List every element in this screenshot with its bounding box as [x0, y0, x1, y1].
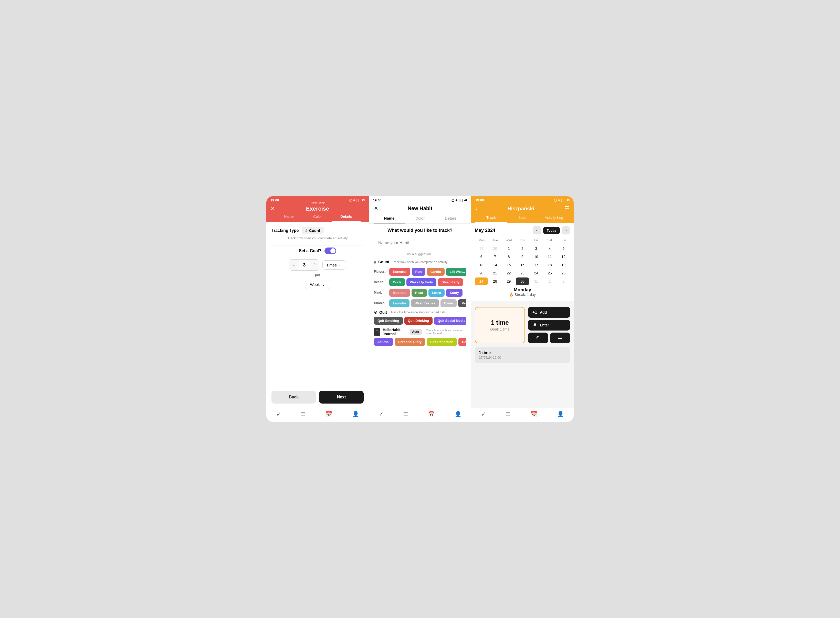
goal-toggle[interactable]	[324, 248, 336, 254]
cal-prev-btn[interactable]: ‹	[533, 226, 541, 235]
tag-liftweight[interactable]: Lift Wei…	[446, 268, 466, 276]
count-badge[interactable]: # Count	[302, 227, 324, 234]
cal-today-btn[interactable]: Today	[543, 227, 560, 234]
menu-icon[interactable]: ☰	[564, 205, 570, 212]
cal-day[interactable]: 2	[516, 245, 529, 253]
fire-icon: 🔥	[509, 293, 514, 297]
cal-day[interactable]: 23	[516, 269, 529, 277]
cal-day[interactable]: 12	[557, 253, 570, 261]
stepper-up[interactable]: ⌃	[310, 260, 319, 270]
nav3-calendar[interactable]: 📅	[530, 411, 537, 417]
cal-day[interactable]: 29	[475, 245, 488, 253]
tag-laundry[interactable]: Laundry	[389, 299, 409, 307]
back-button[interactable]: Back	[271, 391, 316, 404]
nav3-habits[interactable]: ✓	[481, 411, 486, 417]
tag-exercise[interactable]: Exercise	[389, 268, 410, 276]
tag-learn[interactable]: Learn	[428, 289, 444, 297]
nav-habits[interactable]: ✓	[276, 411, 281, 417]
quit-desc: Track the time since stopping a bad habi…	[391, 310, 446, 314]
cal-day[interactable]: 16	[516, 261, 529, 269]
chores-section: Chores: Laundry Wash Dishes Clean Vac…	[374, 299, 466, 307]
cal-day[interactable]: 2	[557, 278, 570, 285]
nav2-calendar[interactable]: 📅	[428, 411, 435, 417]
cal-day[interactable]: 9	[516, 253, 529, 261]
cal-day[interactable]: 11	[543, 253, 556, 261]
tab3-stats[interactable]: Stats	[507, 213, 538, 223]
tag-wakeup[interactable]: Wake Up Early	[406, 278, 437, 286]
tag-personaldiary[interactable]: Personal Diary	[395, 338, 425, 346]
tag-sleep[interactable]: Sleep Early	[438, 278, 463, 286]
tag-quitsmoking[interactable]: Quit Smoking	[374, 317, 403, 325]
cal-day[interactable]: 31	[530, 278, 543, 285]
add-button[interactable]: +1 Add	[528, 307, 570, 318]
close-icon-2[interactable]: ✕	[374, 205, 382, 211]
cal-day[interactable]: 21	[488, 269, 501, 277]
tag-selfreflection[interactable]: Self Reflection	[427, 338, 457, 346]
cal-day[interactable]: 25	[543, 269, 556, 277]
tag-vacuum[interactable]: Vac…	[458, 299, 466, 307]
cal-day[interactable]: 13	[475, 261, 488, 269]
tag-cardio[interactable]: Cardio	[427, 268, 444, 276]
tab3-activity[interactable]: Activity Log	[538, 213, 570, 223]
nav2-habits[interactable]: ✓	[379, 411, 384, 417]
timer-button[interactable]: ⏲	[528, 333, 548, 343]
nav-calendar[interactable]: 📅	[326, 411, 332, 417]
tag-journal[interactable]: Journal	[374, 338, 393, 346]
cal-day[interactable]: 10	[530, 253, 543, 261]
tab-details[interactable]: Details	[332, 212, 361, 221]
close-icon[interactable]: ✕	[270, 205, 278, 211]
cal-day[interactable]: 26	[557, 269, 570, 277]
cal-day[interactable]: 28	[488, 278, 501, 285]
tab2-color[interactable]: Color	[404, 214, 436, 223]
tab2-details[interactable]: Details	[436, 214, 466, 223]
cal-day[interactable]: 1	[502, 245, 515, 253]
nav3-journal[interactable]: ☰	[505, 411, 511, 417]
cal-day[interactable]: 4	[543, 245, 556, 253]
cal-day[interactable]: 18	[543, 261, 556, 269]
cal-day-selected[interactable]: 30	[516, 278, 529, 285]
tag-washdishes[interactable]: Wash Dishes	[411, 299, 439, 307]
notes-button[interactable]: ▬	[550, 333, 570, 343]
cal-day[interactable]: 14	[488, 261, 501, 269]
cal-day[interactable]: 1	[543, 278, 556, 285]
cal-day[interactable]: 15	[502, 261, 515, 269]
tag-meditate[interactable]: Meditate	[389, 289, 410, 297]
cal-day[interactable]: 7	[488, 253, 501, 261]
cal-day[interactable]: 17	[530, 261, 543, 269]
tag-quitsocial[interactable]: Quit Social Media	[434, 317, 466, 325]
nav-journal[interactable]: ☰	[301, 411, 306, 417]
tag-po[interactable]: Po…	[458, 338, 466, 346]
tab-name[interactable]: Name	[274, 212, 303, 221]
week-select[interactable]: Week ⌄	[305, 280, 330, 289]
cal-day[interactable]: 30	[488, 245, 501, 253]
stepper-down[interactable]: ⌄	[289, 260, 299, 270]
tag-clean[interactable]: Clean	[440, 299, 456, 307]
tag-run[interactable]: Run	[412, 268, 425, 276]
cal-day[interactable]: 6	[475, 253, 488, 261]
cal-day[interactable]: 29	[502, 278, 515, 285]
tag-cook[interactable]: Cook	[389, 278, 405, 286]
nav3-profile[interactable]: 👤	[557, 411, 564, 417]
tab3-track[interactable]: Track	[475, 213, 507, 223]
enter-button[interactable]: # Enter	[528, 320, 570, 331]
tag-read[interactable]: Read	[412, 289, 427, 297]
times-select[interactable]: Times ⌄	[322, 260, 346, 270]
cal-day[interactable]: 5	[557, 245, 570, 253]
habit-name-input[interactable]	[374, 237, 466, 249]
cal-day[interactable]: 24	[530, 269, 543, 277]
tab2-name[interactable]: Name	[374, 214, 404, 223]
nav2-profile[interactable]: 👤	[455, 411, 461, 417]
next-button[interactable]: Next	[319, 391, 364, 404]
cal-day-today[interactable]: 27	[475, 278, 488, 285]
cal-day[interactable]: 8	[502, 253, 515, 261]
tag-study[interactable]: Study	[446, 289, 462, 297]
nav2-journal[interactable]: ☰	[403, 411, 408, 417]
cal-next-btn[interactable]: ›	[562, 226, 570, 235]
tag-quitdrinking[interactable]: Quit Drinking	[404, 317, 433, 325]
cal-day[interactable]: 22	[502, 269, 515, 277]
nav-profile[interactable]: 👤	[352, 411, 359, 417]
cal-day[interactable]: 19	[557, 261, 570, 269]
cal-day[interactable]: 3	[530, 245, 543, 253]
cal-day[interactable]: 20	[475, 269, 488, 277]
back-arrow-icon[interactable]: ‹	[475, 205, 477, 212]
